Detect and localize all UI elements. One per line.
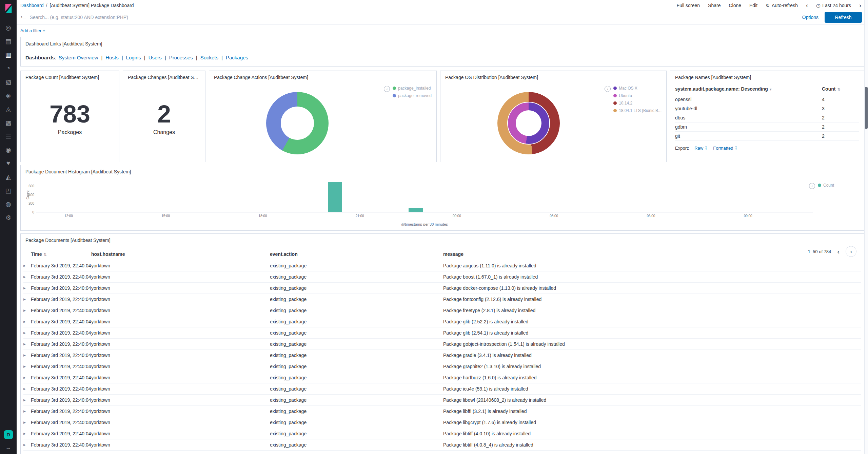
infrastructure-icon[interactable]: ▩	[0, 116, 17, 129]
graph-icon[interactable]: ◭	[0, 170, 17, 184]
share-button[interactable]: Share	[708, 3, 721, 8]
os-distribution-donut-chart[interactable]	[497, 92, 560, 154]
kibana-logo[interactable]	[0, 0, 17, 17]
panel-title: Package OS Distribution [Auditbeat Syste…	[440, 71, 666, 80]
expand-row-icon[interactable]: ▶	[23, 294, 31, 305]
scrollbar-thumb[interactable]	[865, 87, 868, 129]
dashboard-link-logins[interactable]: Logins	[126, 55, 141, 60]
dashboard-link-packages[interactable]: Packages	[226, 55, 248, 60]
full-screen-button[interactable]: Full screen	[677, 3, 700, 8]
machine-learning-icon[interactable]: ◬	[0, 102, 17, 116]
expand-row-icon[interactable]: ▶	[23, 361, 31, 372]
export-raw-link[interactable]: Raw↧	[694, 146, 708, 151]
discover-icon[interactable]: ◎	[0, 21, 17, 34]
legend-item[interactable]: package_installed	[393, 86, 432, 91]
canvas-icon[interactable]: ▧	[0, 75, 17, 89]
package-name-row[interactable]: dbus2	[675, 113, 859, 122]
expand-row-icon[interactable]: ▶	[23, 271, 31, 283]
names-column-header[interactable]: system.audit.package.name: Descending▾	[675, 85, 822, 95]
dashboard-link-processes[interactable]: Processes	[169, 55, 193, 60]
dashboards-label: Dashboards:	[25, 55, 57, 60]
breadcrumb-dashboard[interactable]: Dashboard	[20, 3, 44, 8]
expand-row-icon[interactable]: ▶	[23, 260, 31, 271]
package-name-row[interactable]: gdbm2	[675, 122, 859, 132]
panel-title: Dashboard Links [Auditbeat System]	[21, 37, 864, 46]
logs-icon[interactable]: ☰	[0, 129, 17, 143]
package-name-cell: youtube-dl	[675, 104, 822, 113]
query-prompt-icon: ›_	[20, 15, 26, 20]
monitoring-icon[interactable]: ◍	[0, 197, 17, 211]
expand-row-icon[interactable]: ▶	[23, 372, 31, 383]
options-link[interactable]: Options	[802, 15, 818, 20]
count-column-header[interactable]: Count⇅	[822, 85, 859, 95]
legend-item[interactable]: package_removed	[393, 93, 432, 98]
expand-row-icon[interactable]: ▶	[23, 316, 31, 327]
document-row: ▶February 3rd 2019, 22:40:04.121yorktown…	[23, 383, 861, 395]
export-formatted-link[interactable]: Formatted↧	[713, 146, 737, 151]
maps-icon[interactable]: ◈	[0, 89, 17, 102]
management-icon[interactable]: ⚙	[0, 211, 17, 224]
document-row: ▶February 3rd 2019, 22:40:04.121yorktown…	[23, 439, 861, 451]
dashboard-icon[interactable]: ▦	[0, 48, 17, 61]
package-name-row[interactable]: openssl4	[675, 95, 859, 104]
histogram-bar[interactable]	[409, 208, 423, 212]
time-forward-button[interactable]: ›	[859, 2, 861, 8]
action-cell: existing_package	[270, 305, 443, 316]
kibana-app: ◎▤▦◔▧◈◬▩☰◉♥◭◰◍⚙ D → Dashboard/[Auditbeat…	[0, 0, 868, 454]
histogram-bar[interactable]	[328, 182, 342, 212]
refresh-button[interactable]: Refresh	[825, 12, 862, 23]
action-column-header[interactable]: event.action	[270, 248, 443, 260]
host-column-header[interactable]: host.hostname	[91, 248, 270, 260]
expand-row-icon[interactable]: ▶	[23, 305, 31, 316]
document-row: ▶February 3rd 2019, 22:40:04.121yorktown…	[23, 283, 861, 294]
search-input[interactable]	[30, 15, 796, 20]
collapse-sidebar-icon[interactable]: →	[6, 444, 11, 451]
time-cell: February 3rd 2019, 22:40:04.121	[31, 383, 91, 395]
add-filter-link[interactable]: Add a filter +	[20, 28, 45, 33]
expand-row-icon[interactable]: ▶	[23, 428, 31, 439]
dashboard-link-sockets[interactable]: Sockets	[200, 55, 218, 60]
legend-dot	[393, 87, 396, 90]
expand-row-icon[interactable]: ▶	[23, 327, 31, 339]
expand-row-icon[interactable]: ▶	[23, 395, 31, 406]
message-cell: Package fontconfig (2.12.6) is already i…	[443, 294, 861, 305]
dashboard-link-users[interactable]: Users	[149, 55, 162, 60]
expand-row-icon[interactable]: ▶	[23, 406, 31, 417]
timelion-icon[interactable]: ◔	[0, 61, 17, 75]
expand-row-icon[interactable]: ▶	[23, 283, 31, 294]
legend-item[interactable]: Count	[818, 183, 834, 188]
next-page-button[interactable]: ›	[846, 246, 856, 257]
expand-row-icon[interactable]: ▶	[23, 417, 31, 428]
time-picker-button[interactable]: ◷Last 24 hours	[816, 3, 851, 8]
expand-row-icon[interactable]: ▶	[23, 439, 31, 451]
uptime-icon[interactable]: ♥	[0, 156, 17, 170]
legend-item[interactable]: Ubuntu	[613, 93, 662, 98]
prev-page-button[interactable]: ‹	[837, 248, 840, 255]
legend-toggle-icon[interactable]: ‹	[384, 86, 390, 92]
change-actions-donut-chart[interactable]	[266, 92, 329, 154]
message-column-header[interactable]: message	[443, 248, 861, 260]
auto-refresh-button[interactable]: ↻Auto-refresh	[766, 3, 798, 8]
apm-icon[interactable]: ◉	[0, 143, 17, 156]
legend-toggle-icon[interactable]: ‹	[605, 86, 611, 92]
edit-button[interactable]: Edit	[749, 3, 757, 8]
package-name-row[interactable]: git2	[675, 132, 859, 141]
dashboard-link-hosts[interactable]: Hosts	[105, 55, 118, 60]
dashboard-link-system-overview[interactable]: System Overview	[59, 55, 98, 60]
clone-button[interactable]: Clone	[729, 3, 741, 8]
legend-item[interactable]: 10.14.2	[613, 101, 662, 106]
page-scrollbar[interactable]	[864, 0, 868, 454]
expand-row-icon[interactable]: ▶	[23, 350, 31, 361]
space-badge[interactable]: D	[4, 430, 13, 439]
time-column-header[interactable]: Time⇅	[31, 248, 91, 260]
visualize-icon[interactable]: ▤	[0, 34, 17, 48]
dev-tools-icon[interactable]: ◰	[0, 184, 17, 197]
legend-item[interactable]: Mac OS X	[613, 86, 662, 91]
expand-row-icon[interactable]: ▶	[23, 339, 31, 350]
panel-row: Package Count [Auditbeat System] 783 Pac…	[20, 71, 864, 162]
package-name-row[interactable]: youtube-dl3	[675, 104, 859, 113]
histogram-chart[interactable]: 020040060012:0015:0018:0021:0000:0003:00…	[36, 177, 813, 212]
expand-row-icon[interactable]: ▶	[23, 383, 31, 395]
time-back-button[interactable]: ‹	[806, 2, 808, 8]
legend-item[interactable]: 18.04.1 LTS (Bionic B...	[613, 108, 662, 113]
